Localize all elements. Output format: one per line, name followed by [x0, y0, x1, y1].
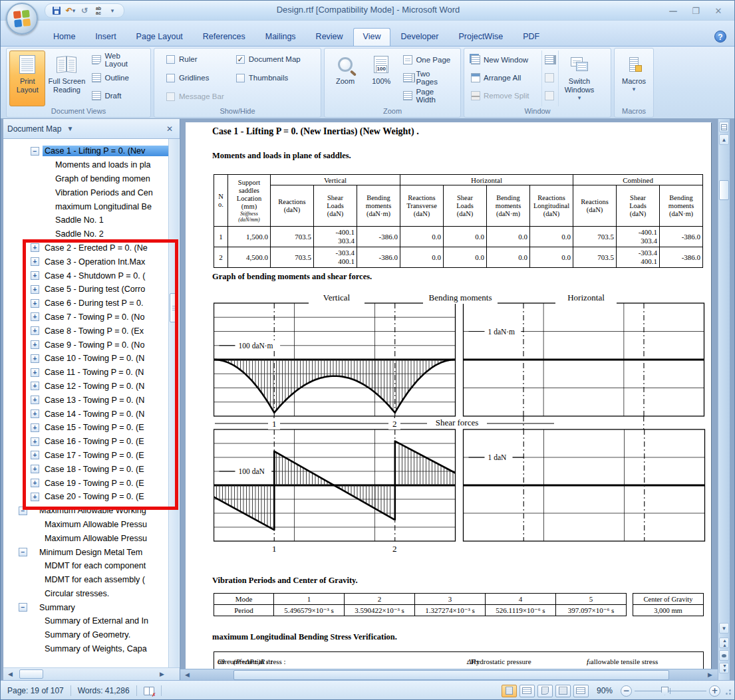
tab-references[interactable]: References	[193, 28, 255, 46]
doc-map-item[interactable]: +Case 16 - Towing P = 0. (E	[4, 435, 168, 449]
new-window-button[interactable]: New Window	[468, 53, 541, 66]
page-width-button[interactable]: Page Width	[400, 89, 456, 102]
print-layout-view-button[interactable]	[502, 685, 517, 697]
expand-icon[interactable]: +	[31, 299, 39, 308]
doc-map-item[interactable]: +Case 14 - Towing P = 0. (N	[4, 407, 168, 421]
full-screen-reading-button[interactable]: Full Screen Reading	[45, 51, 88, 106]
doc-map-item[interactable]: Vibration Periods and Cen	[4, 185, 168, 199]
macros-button[interactable]: Macros ▾	[617, 51, 651, 106]
zoom-button[interactable]: Zoom	[327, 51, 363, 106]
doc-map-item[interactable]: +Case 12 - Towing P = 0. (N	[4, 380, 168, 394]
zoom-100-button[interactable]: 100 100%	[363, 51, 399, 106]
tab-insert[interactable]: Insert	[85, 28, 126, 46]
expand-icon[interactable]: +	[31, 437, 39, 446]
scroll-left-arrow[interactable]: ◀	[182, 669, 193, 680]
checked-checkbox-icon[interactable]: ✓	[236, 55, 245, 64]
tab-home[interactable]: Home	[43, 28, 85, 46]
arrange-all-button[interactable]: Arrange All	[468, 71, 541, 84]
web-layout-view-button[interactable]	[537, 685, 553, 697]
close-icon[interactable]: ✕	[164, 123, 176, 135]
tab-view[interactable]: View	[353, 28, 391, 46]
doc-map-item[interactable]: Circular stresses.	[4, 587, 168, 601]
unchecked-checkbox-icon[interactable]	[166, 55, 175, 64]
ruler-toggle-button[interactable]	[719, 122, 729, 132]
maximize-button[interactable]: ❐	[686, 5, 705, 17]
expand-icon[interactable]: +	[31, 340, 39, 349]
expand-icon[interactable]: +	[31, 479, 39, 487]
scrollbar-thumb[interactable]	[19, 669, 43, 679]
doc-map-item[interactable]: Summary of Weights, Capa	[4, 642, 168, 656]
doc-map-item[interactable]: Maximum Allowable Pressu	[4, 531, 168, 545]
tab-mailings[interactable]: Mailings	[255, 28, 306, 46]
web-layout-button[interactable]: Web Layout	[89, 53, 146, 66]
doc-map-item[interactable]: Maximum Allowable Pressu	[4, 518, 168, 532]
expand-icon[interactable]: +	[31, 382, 39, 390]
doc-map-item[interactable]: +Case 6 - During test P = 0.	[4, 296, 168, 310]
doc-map-item[interactable]: Saddle No. 2	[4, 227, 168, 241]
expand-icon[interactable]: +	[31, 465, 39, 473]
expand-icon[interactable]: +	[31, 285, 39, 294]
office-button[interactable]	[6, 3, 38, 35]
scrollbar-thumb[interactable]	[170, 293, 178, 322]
document-horizontal-scrollbar[interactable]: ◀ ▶	[180, 669, 718, 680]
doc-map-item[interactable]: +Case 10 - Towing P = 0. (N	[4, 352, 168, 366]
doc-map-item[interactable]: +Case 15 - Towing P = 0. (E	[4, 421, 168, 435]
expand-icon[interactable]: +	[31, 451, 39, 459]
scroll-up-arrow[interactable]: ▲	[719, 134, 729, 145]
checkbox-ruler[interactable]: Ruler	[166, 52, 224, 66]
doc-map-item[interactable]: +Case 17 - Towing P = 0. (E	[4, 449, 168, 463]
resize-grip[interactable]	[723, 687, 732, 695]
doc-map-item[interactable]: +Case 11 - Towing P = 0. (N	[4, 366, 168, 380]
expand-icon[interactable]: +	[31, 368, 39, 377]
print-layout-button[interactable]: Print Layout	[9, 51, 45, 106]
unchecked-checkbox-icon[interactable]	[236, 74, 245, 82]
doc-map-item[interactable]: maximum Longitudinal Be	[4, 199, 168, 213]
document-map-horizontal-scrollbar[interactable]: ◀ ▶	[3, 667, 180, 680]
tab-review[interactable]: Review	[306, 28, 353, 46]
expand-icon[interactable]: +	[31, 312, 39, 321]
doc-map-item[interactable]: +Case 3 - Operation Int.Max	[4, 255, 168, 269]
expand-icon[interactable]: +	[31, 271, 39, 280]
doc-map-item[interactable]: Graph of bending momen	[4, 172, 168, 186]
view-side-by-side-button[interactable]	[542, 53, 557, 66]
doc-map-item[interactable]: +Case 7 - Towing P = 0. (No	[4, 310, 168, 324]
doc-map-item[interactable]: +Case 20 - Towing P = 0. (E	[4, 490, 168, 504]
doc-map-item[interactable]: Saddle No. 1	[4, 213, 168, 227]
outline-view-button[interactable]	[555, 685, 571, 697]
document-area[interactable]: Case 1 - Lifting P = 0. (New Inertias) (…	[180, 119, 718, 680]
next-page-button[interactable]: ▼▼	[719, 663, 729, 673]
doc-map-item[interactable]: +Case 2 - Erected P = 0. (Ne	[4, 241, 168, 255]
doc-map-item[interactable]: Summary of Geometry.	[4, 628, 168, 642]
outline-button[interactable]: Outline	[89, 71, 146, 84]
select-browse-object-button[interactable]	[719, 650, 729, 661]
checkbox-document-map[interactable]: ✓Document Map	[236, 52, 301, 66]
doc-map-item[interactable]: +Case 18 - Towing P = 0. (E	[4, 462, 168, 476]
word-count[interactable]: Words: 41,286	[71, 684, 136, 697]
unchecked-checkbox-icon[interactable]	[166, 74, 175, 82]
doc-map-item[interactable]: Moments and loads in pla	[4, 158, 168, 172]
doc-map-item[interactable]: −Minimum Design Metal Tem	[4, 545, 168, 559]
scrollbar-thumb[interactable]	[233, 670, 669, 680]
expand-icon[interactable]: +	[31, 257, 39, 266]
doc-map-item[interactable]: MDMT for each assembly (	[4, 573, 168, 587]
zoom-in-button[interactable]: +	[709, 685, 720, 697]
zoom-out-button[interactable]: −	[621, 685, 632, 697]
doc-map-item[interactable]: +Case 13 - Towing P = 0. (N	[4, 393, 168, 407]
previous-page-button[interactable]: ▲▲	[719, 638, 729, 648]
expand-icon[interactable]: +	[31, 423, 39, 432]
zoom-level[interactable]: 90%	[591, 686, 618, 695]
scroll-right-arrow[interactable]: ▶	[156, 669, 168, 679]
document-map-vertical-scrollbar[interactable]	[168, 139, 179, 667]
tab-projectwise[interactable]: ProjectWise	[448, 28, 513, 46]
expand-icon[interactable]: +	[31, 243, 39, 252]
two-pages-button[interactable]: Two Pages	[400, 71, 456, 84]
doc-map-item[interactable]: +Case 9 - Towing P = 0. (No	[4, 338, 168, 352]
doc-map-item[interactable]: −Maximum Allowable Working	[4, 504, 168, 518]
expand-icon[interactable]: +	[31, 326, 39, 335]
chevron-down-icon[interactable]: ▼	[67, 125, 73, 132]
tab-pdf[interactable]: PDF	[513, 28, 549, 46]
expand-icon[interactable]: +	[31, 409, 39, 418]
doc-map-item[interactable]: +Case 4 - Shutdown P = 0. (	[4, 269, 168, 283]
full-screen-reading-view-button[interactable]	[519, 685, 535, 697]
page-indicator[interactable]: Page: 19 of 107	[1, 684, 71, 697]
